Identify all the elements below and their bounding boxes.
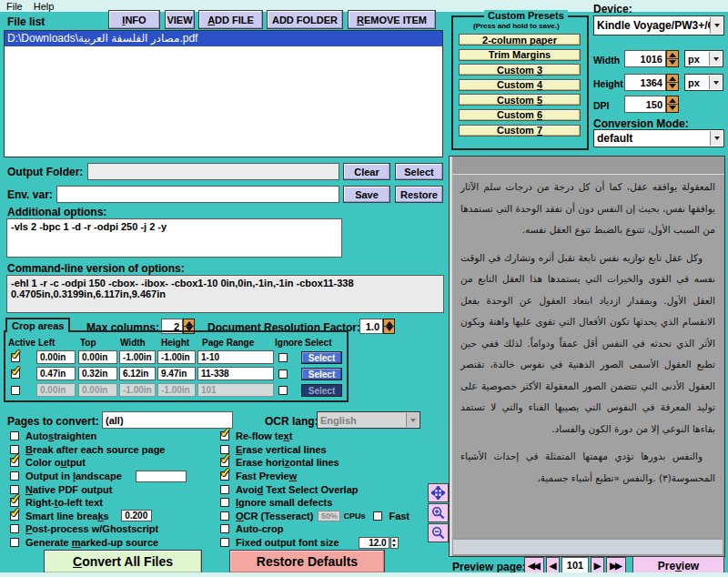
menu-file[interactable]: File [6,1,23,12]
last-page-button[interactable]: ▶▶ [606,557,626,573]
checkbox[interactable] [10,511,19,521]
preview-pane[interactable]: المعقولة يوافقه عقل، كما أن كل درجة من د… [449,156,725,557]
add-folder-button[interactable]: ADD FOLDER [267,10,343,29]
dpi-input[interactable]: 150 [624,96,666,113]
checkbox[interactable] [220,498,229,507]
menu-help[interactable]: Help [34,1,55,12]
preset-custom-7[interactable]: Custom 7 [459,125,581,137]
crop-active-checkbox[interactable] [11,353,20,362]
option-auto-crop[interactable]: Auto-crop [220,522,410,536]
option-reflow-text[interactable]: Re-flow text [220,430,410,443]
checkbox[interactable] [10,524,19,533]
preset-custom-4[interactable]: Custom 4 [459,79,581,91]
view-button[interactable]: VIEW [165,10,195,29]
option-color-output[interactable]: Color output [10,456,187,470]
checkbox[interactable] [10,431,19,440]
restore-button[interactable]: Restore [395,186,443,203]
smart-line-breaks-input[interactable]: 0.200 [121,510,152,521]
preset-custom-3[interactable]: Custom 3 [459,64,581,76]
crop-select-button[interactable]: Select [301,368,342,380]
crop-top-input[interactable]: 0.00in [78,350,117,364]
doc-res-input[interactable]: 1.0 [359,319,383,334]
prev-page-button[interactable]: ◀ [546,557,560,573]
restore-defaults-button[interactable]: Restore Defaults [229,550,385,573]
ocr-fast-checkbox[interactable] [373,511,382,521]
crop-pagerange-input[interactable]: 11-338 [197,367,274,380]
file-list-item[interactable]: D:\Downloads\مصادر الفلسفة العربية.pdf [5,31,442,46]
pan-tool-button[interactable] [428,483,449,502]
option-ignore-small-defects[interactable]: Ignore small defects [220,496,410,510]
option-fast-preview[interactable]: Fast Preview [220,470,410,483]
font-size-input[interactable]: 12.0 [359,537,389,549]
save-button[interactable]: Save [343,186,390,203]
crop-left-input[interactable]: 0.47in [36,367,76,380]
preset-custom-6[interactable]: Custom 6 [459,109,581,121]
crop-top-input[interactable]: 0.32in [78,367,117,380]
checkbox[interactable] [10,471,19,481]
output-folder-input[interactable] [87,163,339,180]
width-unit-dropdown[interactable]: px [684,50,723,67]
page-number-input[interactable]: 101 [561,557,589,573]
checkbox[interactable] [10,538,19,547]
option-fixed-font-size[interactable]: Fixed output font size12.0 [220,536,410,550]
option-output-landscape[interactable]: Output in landscape [10,470,187,483]
option-postprocess-ghostscript[interactable]: Post-process w/Ghostscript [10,522,187,536]
device-dropdown[interactable]: Kindle Voyage/PW3+/O [593,15,724,35]
landscape-pages-input[interactable] [136,471,187,482]
additional-options-input[interactable]: -vls 2 -bpc 1 -d -r -odpi 250 -j 2 -y [6,218,342,258]
option-avoid-text-select-overlap[interactable]: Avoid Text Select Overlap [220,482,410,496]
crop-width-input[interactable]: -1.00in [119,350,156,364]
crop-ignore-checkbox[interactable] [278,369,288,379]
crop-left-input[interactable]: 0.00in [36,350,76,364]
crop-width-input[interactable]: 6.12in [119,367,156,380]
crop-ignore-checkbox[interactable] [278,386,288,395]
checkbox[interactable] [220,471,229,481]
checkbox[interactable] [10,458,19,467]
height-unit-dropdown[interactable]: px [684,74,723,91]
option-erase-horizontal[interactable]: Erase horizontal lines [220,456,410,470]
height-input[interactable]: 1364 [624,74,666,91]
preset-custom-5[interactable]: Custom 5 [459,94,581,106]
preset-trim-margins[interactable]: Trim Margins [459,49,581,61]
crop-select-button[interactable]: Select [301,351,342,364]
env-var-input[interactable] [56,186,339,203]
dpi-spinner[interactable] [666,96,679,113]
option-native-pdf[interactable]: Native PDF output [10,482,187,496]
first-page-button[interactable]: ◀◀ [524,557,544,573]
next-page-button[interactable]: ▶ [591,557,604,573]
checkbox[interactable] [220,511,229,521]
crop-ignore-checkbox[interactable] [278,353,288,362]
crop-active-checkbox[interactable] [11,386,20,395]
crop-pagerange-input[interactable]: 1-10 [197,350,274,364]
select-output-button[interactable]: Select [395,163,443,180]
preview-horizontal-scrollbar[interactable] [453,540,723,554]
preset-2-column-paper[interactable]: 2-column paper [459,34,581,46]
checkbox[interactable] [220,431,229,440]
convert-all-files-button[interactable]: Convert All Files [44,550,202,573]
height-spinner[interactable] [666,74,679,91]
conversion-mode-dropdown[interactable]: default [593,129,724,147]
option-break-after-page[interactable]: Break after each source page [10,443,187,457]
width-input[interactable]: 1016 [624,50,666,67]
crop-active-checkbox[interactable] [11,369,20,379]
option-smart-line-breaks[interactable]: Smart line breaks0.200 [10,510,187,523]
checkbox[interactable] [220,538,229,547]
width-spinner[interactable] [666,50,679,67]
crop-select-button[interactable]: Select [301,384,342,397]
font-size-spinner[interactable] [390,537,399,549]
option-autostraighten[interactable]: Autostraighten [10,430,187,443]
option-generate-markup[interactable]: Generate marked-up source [10,536,187,550]
checkbox[interactable] [220,485,229,494]
crop-height-input[interactable]: 9.47in [157,367,196,380]
clear-button[interactable]: Clear [343,163,390,180]
option-erase-vertical[interactable]: Erase vertical lines [220,443,410,457]
info-button[interactable]: INFO [108,10,160,29]
option-ocr-tesseract[interactable]: OCR (Tesseract)50%CPUsFast [220,510,410,523]
remove-item-button[interactable]: REMOVE ITEM [348,10,436,29]
pages-to-convert-input[interactable]: (all) [102,411,233,429]
add-file-button[interactable]: ADD FILE [198,10,263,29]
file-list[interactable]: D:\Downloads\مصادر الفلسفة العربية.pdf [4,30,443,157]
doc-res-spinner[interactable] [383,319,395,334]
zoom-in-button[interactable] [428,503,449,522]
option-right-to-left[interactable]: Right-to-left text [10,496,187,510]
